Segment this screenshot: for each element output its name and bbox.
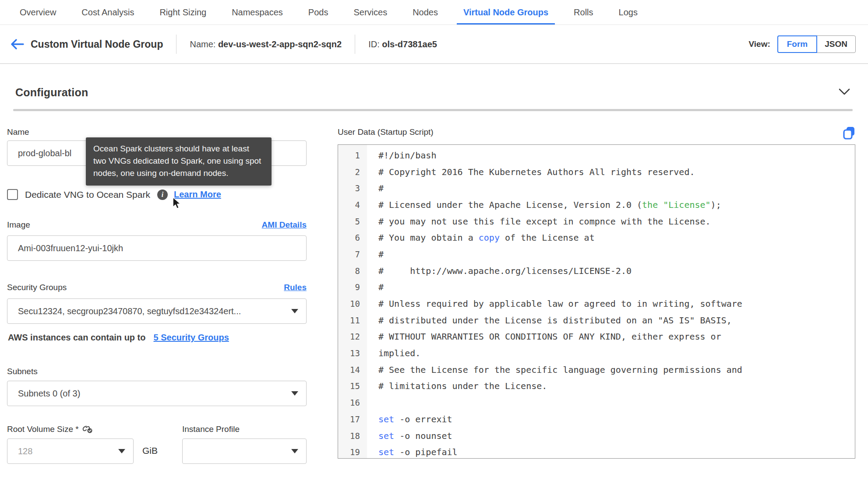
subnets-value: Subnets 0 (of 3): [18, 389, 80, 399]
divider: [176, 35, 176, 54]
caret-down-icon: [291, 449, 298, 453]
root-volume-label: Root Volume Size *: [7, 424, 79, 434]
code-line: set -o errexit: [367, 411, 855, 428]
subnets-select[interactable]: Subnets 0 (of 3): [7, 381, 307, 406]
code-line: set -o nounset: [367, 428, 855, 444]
section-divider: [13, 109, 853, 111]
info-glyph: i: [162, 191, 163, 199]
top-tab-bar: OverviewCost AnalysisRight SizingNamespa…: [0, 0, 868, 25]
security-groups-label: Security Groups: [7, 283, 67, 292]
caret-down-icon: [291, 309, 298, 313]
tab-cost-analysis[interactable]: Cost Analysis: [75, 0, 141, 25]
tab-namespaces[interactable]: Namespaces: [225, 0, 289, 25]
info-icon[interactable]: i: [157, 189, 168, 200]
tab-services[interactable]: Services: [347, 0, 394, 25]
code-line: # Copyright 2016 The Kubernetes Authors …: [367, 164, 855, 180]
tab-right-sizing[interactable]: Right Sizing: [153, 0, 213, 25]
code-line: # Licensed under the Apache License, Ver…: [367, 196, 855, 213]
dedicate-vng-checkbox[interactable]: [7, 189, 18, 200]
security-groups-select[interactable]: Secu12324, secgroup23470870, segtuyfsd12…: [7, 298, 307, 324]
vng-id: ID: ols-d7381ae5: [368, 39, 437, 49]
tab-pods[interactable]: Pods: [302, 0, 335, 25]
line-number: 17: [338, 411, 367, 428]
view-form-button[interactable]: Form: [777, 35, 818, 53]
dedicate-vng-label: Dedicate VNG to Ocean Spark: [25, 189, 150, 200]
configuration-section-header: Configuration: [15, 81, 853, 103]
subnets-label: Subnets: [7, 367, 38, 376]
code-line: # You may obtain a copy of the License a…: [367, 229, 855, 246]
image-input[interactable]: Ami-003fruuen12-yui-10jkh: [7, 235, 307, 261]
chevron-down-icon: [839, 88, 850, 95]
line-number: 7: [338, 246, 367, 263]
line-number-gutter: 12345678910111213141516171819: [338, 145, 367, 458]
line-number: 2: [338, 164, 367, 180]
line-number: 3: [338, 180, 367, 196]
code-area: #!/bin/bash# Copyright 2016 The Kubernet…: [367, 145, 855, 458]
image-field-header: Image AMI Details: [7, 220, 307, 230]
vng-name-value: dev-us-west-2-app-sqn2-sqn2: [218, 39, 342, 49]
tab-nodes[interactable]: Nodes: [406, 0, 445, 25]
code-line: # Unless required by applicable law or a…: [367, 295, 855, 312]
code-line: #: [367, 180, 855, 196]
caret-down-icon: [118, 449, 125, 453]
page-title: Custom Virtual Node Group: [31, 39, 163, 50]
image-field-label: Image: [7, 220, 30, 230]
tab-virtual-node-groups[interactable]: Virtual Node Groups: [457, 0, 555, 25]
vng-name: Name: dev-us-west-2-app-sqn2-sqn2: [190, 39, 342, 49]
view-json-button[interactable]: JSON: [816, 35, 856, 53]
user-data-label: User Data (Startup Script): [338, 127, 434, 137]
security-groups-header: Security Groups Rules: [7, 283, 307, 292]
name-input-value: prod-global-bl: [18, 148, 71, 158]
line-number: 11: [338, 312, 367, 329]
line-number: 4: [338, 196, 367, 213]
security-groups-value: Secu12324, secgroup23470870, segtuyfsd12…: [18, 306, 241, 316]
root-volume-unit: GiB: [142, 445, 158, 456]
code-line: set -o pipefail: [367, 444, 855, 458]
code-line: implied.: [367, 345, 855, 361]
instance-profile-select[interactable]: [182, 438, 307, 464]
code-line: # limitations under the License.: [367, 378, 855, 395]
back-button[interactable]: [10, 38, 25, 51]
code-line: # See the License for the specific langu…: [367, 361, 855, 378]
line-number: 8: [338, 263, 367, 279]
line-number: 18: [338, 428, 367, 444]
security-groups-note: AWS instances can contain up to 5 Securi…: [8, 333, 229, 343]
tab-overview[interactable]: Overview: [13, 0, 63, 25]
line-number: 19: [338, 444, 367, 459]
collapse-section-button[interactable]: [836, 86, 853, 99]
line-number: 9: [338, 279, 367, 296]
vng-name-label: Name:: [190, 39, 215, 49]
code-line: # distributed under the License is distr…: [367, 312, 855, 329]
root-volume-label-row: Root Volume Size *: [7, 424, 93, 434]
instance-profile-label: Instance Profile: [182, 424, 240, 434]
ami-details-link[interactable]: AMI Details: [262, 220, 307, 230]
code-line: #: [367, 246, 855, 263]
root-volume-placeholder: 128: [18, 446, 32, 456]
view-label: View:: [748, 39, 770, 49]
view-toggle: Form JSON: [777, 35, 856, 53]
image-input-value: Ami-003fruuen12-yui-10jkh: [18, 243, 123, 253]
copy-icon: [843, 126, 856, 140]
back-arrow-icon: [10, 39, 24, 50]
root-volume-select[interactable]: 128: [7, 438, 134, 464]
line-number: 5: [338, 213, 367, 230]
security-groups-count-link[interactable]: 5 Security Groups: [154, 333, 229, 343]
ocean-spark-tooltip: Ocean Spark clusters should have at leas…: [86, 137, 272, 186]
learn-more-link[interactable]: Learn More: [174, 189, 221, 200]
page-header: Custom Virtual Node Group Name: dev-us-w…: [0, 25, 868, 64]
line-number: 6: [338, 229, 367, 246]
line-number: 15: [338, 378, 367, 395]
rules-link[interactable]: Rules: [284, 283, 307, 292]
configuration-title: Configuration: [15, 86, 88, 99]
note-text: AWS instances can contain up to: [8, 333, 146, 343]
tab-logs[interactable]: Logs: [612, 0, 644, 25]
code-line: # http://www.apache.org/licenses/LICENSE…: [367, 263, 855, 279]
user-data-code-editor[interactable]: 12345678910111213141516171819 #!/bin/bas…: [338, 144, 855, 459]
code-line: #: [367, 279, 855, 296]
link-check-icon[interactable]: [82, 424, 93, 434]
code-line: #!/bin/bash: [367, 147, 855, 164]
vng-id-value: ols-d7381ae5: [382, 39, 437, 49]
copy-button[interactable]: [843, 126, 856, 142]
line-number: 10: [338, 295, 367, 312]
tab-rolls[interactable]: Rolls: [567, 0, 600, 25]
